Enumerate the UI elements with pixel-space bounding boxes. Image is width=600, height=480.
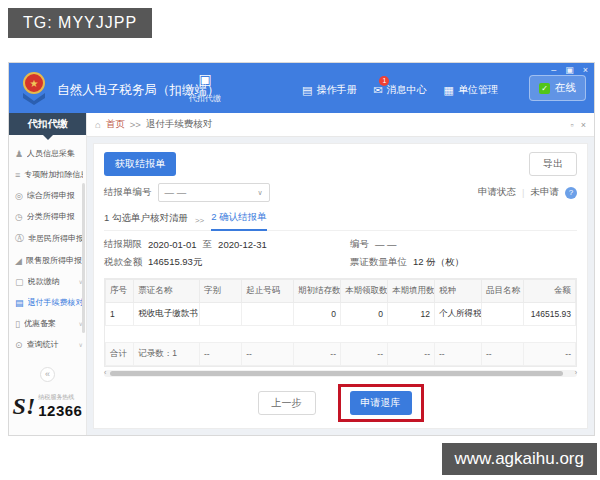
main-content: ⌂ 首页 >> 退付手续费核对 ▫× 获取结报单 导出 结报单编号 — — ∨ <box>87 113 594 435</box>
table-cell: 0 <box>340 303 387 326</box>
window-controls: –▣× <box>551 65 588 75</box>
scroll-right-icon[interactable]: › <box>575 369 577 376</box>
sidebar-item-label: 综合所得申报 <box>27 190 75 201</box>
ticket-table-footer: 合计记录数：1---------------- <box>105 342 576 366</box>
record-icon: ▯ <box>15 319 20 329</box>
online-status-button[interactable]: ✓ 在线 <box>529 75 586 101</box>
breadcrumb: ⌂ 首页 >> 退付手续费核对 ▫× <box>87 113 594 137</box>
report-no-label: 结报单编号 <box>104 186 152 199</box>
ticket-table: 序号票证名称字别起止号码期初结存数本期领取数本期填用数税种品目名称金额 1税收电… <box>105 279 576 326</box>
footer-cell: -- <box>387 343 434 366</box>
org-label: 单位管理 <box>458 83 498 97</box>
chart-icon: ◢ <box>15 256 22 266</box>
nav-module-withholding[interactable]: ▣ 代扣代缴 <box>179 71 231 105</box>
help-icon[interactable]: ? <box>565 187 577 199</box>
sidebar-item-label: 退付手续费核对 <box>28 297 83 308</box>
close-icon[interactable]: × <box>583 65 588 75</box>
table-row[interactable]: 1税收电子缴款书0012个人所得税146515.93 <box>106 303 576 326</box>
scroll-left-icon[interactable]: ‹ <box>104 369 106 376</box>
sidebar-item[interactable]: ⊙查询统计∨ <box>9 334 86 355</box>
header-link[interactable]: ▤操作手册 <box>302 83 356 97</box>
table-cell <box>242 303 294 326</box>
sidebar-item-label: 专项附加扣除信息采集 <box>24 169 83 180</box>
get-report-button[interactable]: 获取结报单 <box>104 152 176 176</box>
ticket-count-label: 票证数量单位 <box>350 256 407 269</box>
sidebar-item[interactable]: Ⓐ非居民所得申报 <box>9 227 86 250</box>
footer-cell: 合计 <box>106 343 134 366</box>
skin-icon[interactable]: ▣ <box>565 65 574 75</box>
nonresident-icon: Ⓐ <box>15 232 24 245</box>
apply-refund-button[interactable]: 申请退库 <box>350 391 412 415</box>
app-window: ★ 自然人电子税务局（扣缴端） ▣ 代扣代缴 ▤操作手册✉1消息中心▦单位管理 … <box>8 62 595 436</box>
column-header: 序号 <box>106 280 134 303</box>
org-icon: ▦ <box>444 84 454 97</box>
stats-icon: ⊙ <box>15 340 23 350</box>
period-to: 至 <box>203 238 213 251</box>
header-link[interactable]: ✉1消息中心 <box>373 83 426 97</box>
sidebar-menu: ♟人员信息采集≡专项附加扣除信息采集◎综合所得申报◷分类所得申报Ⓐ非居民所得申报… <box>9 135 86 355</box>
column-header: 金额 <box>524 280 576 303</box>
table-cell: 146515.93 <box>524 303 576 326</box>
table-cell <box>199 303 241 326</box>
content-panel: 获取结报单 导出 结报单编号 — — ∨ 申请状态 | 未申请 <box>93 143 588 429</box>
report-no-value: — — <box>165 187 187 198</box>
previous-step-button[interactable]: 上一步 <box>258 391 316 415</box>
report-number-label: 编号 <box>350 238 369 251</box>
column-header: 字别 <box>199 280 241 303</box>
tabs-separator: >> <box>195 216 204 230</box>
status-divider: | <box>522 187 524 198</box>
status-label: 申请状态 <box>478 186 516 199</box>
sidebar-item[interactable]: ▤退付手续费核对 <box>9 292 86 313</box>
export-button[interactable]: 导出 <box>529 152 577 176</box>
step-tabs: 1 勾选单户核对清册 >> 2 确认结报单 <box>104 211 577 231</box>
hotline-number: 12366 <box>38 402 82 419</box>
site-watermark-banner: www.agkaihu.org <box>442 443 597 475</box>
panel-close-icon[interactable]: × <box>581 120 586 130</box>
list-icon: ≡ <box>15 170 20 180</box>
action-buttons-row: 上一步 申请退库 <box>104 384 577 422</box>
summary-section: 结报期限 2020-01-01 至 2020-12-31 编号 — — 税款金额 <box>104 238 577 274</box>
sidebar-item[interactable]: ≡专项附加扣除信息采集 <box>9 164 86 185</box>
column-header: 品目名称 <box>481 280 523 303</box>
report-no-select[interactable]: — — ∨ <box>158 183 270 202</box>
refund-icon: ▤ <box>15 298 24 308</box>
breadcrumb-panel-controls: ▫× <box>571 120 586 130</box>
hotline-logo: S! 纳税服务热线 12366 <box>9 393 86 419</box>
sidebar-item[interactable]: ♟人员信息采集 <box>9 143 86 164</box>
horizontal-scrollbar[interactable]: ‹ › <box>104 370 577 377</box>
footer-cell: -- <box>199 343 241 366</box>
sidebar-item[interactable]: ▢税款缴纳∨ <box>9 271 86 292</box>
breadcrumb-home-link[interactable]: 首页 <box>106 118 125 131</box>
sidebar-item[interactable]: ◢限售股所得申报 <box>9 250 86 271</box>
home-icon: ⌂ <box>95 119 101 130</box>
minimize-icon[interactable]: – <box>551 65 556 75</box>
sidebar-item[interactable]: ▯优惠备案∨ <box>9 313 86 334</box>
sidebar-item[interactable]: ◎综合所得申报 <box>9 185 86 206</box>
footer-cell: -- <box>434 343 481 366</box>
sidebar-item-label: 优惠备案 <box>24 318 56 329</box>
sidebar-scrollbar[interactable] <box>82 183 85 333</box>
red-highlight-annotation: 申请退库 <box>338 384 424 422</box>
sidebar-collapse-button[interactable]: « <box>40 367 55 382</box>
ticket-count-value: 12 份（枚） <box>413 256 464 269</box>
chevron-down-icon: ∨ <box>257 189 262 197</box>
tab-step1-checklist[interactable]: 1 勾选单户核对清册 <box>104 212 188 230</box>
sidebar-item-label: 人员信息采集 <box>27 148 75 159</box>
toolbar-row-2: 结报单编号 — — ∨ 申请状态 | 未申请 ? <box>104 183 577 202</box>
screenshot-canvas: TG: MYYJJPP ★ 自然人电子税务局（扣缴端） ▣ 代扣代缴 ▤操作手册… <box>0 0 600 480</box>
tab-step2-confirm[interactable]: 2 确认结报单 <box>211 211 266 231</box>
hotline-label: 纳税服务热线 <box>38 393 82 402</box>
panel-maximize-icon[interactable]: ▫ <box>571 120 574 130</box>
footer-cell: -- <box>293 343 340 366</box>
sidebar-item[interactable]: ◷分类所得申报 <box>9 206 86 227</box>
table-cell: 1 <box>106 303 134 326</box>
check-icon: ✓ <box>539 83 550 94</box>
header-link[interactable]: ▦单位管理 <box>444 83 498 97</box>
column-header: 起止号码 <box>242 280 294 303</box>
scrollbar-thumb[interactable] <box>110 371 563 376</box>
period-end: 2020-12-31 <box>218 239 267 250</box>
footer-cell: -- <box>524 343 576 366</box>
column-header: 期初结存数 <box>293 280 340 303</box>
sidebar: 代扣代缴 ♟人员信息采集≡专项附加扣除信息采集◎综合所得申报◷分类所得申报Ⓐ非居… <box>9 113 87 435</box>
sidebar-item-label: 分类所得申报 <box>27 211 75 222</box>
